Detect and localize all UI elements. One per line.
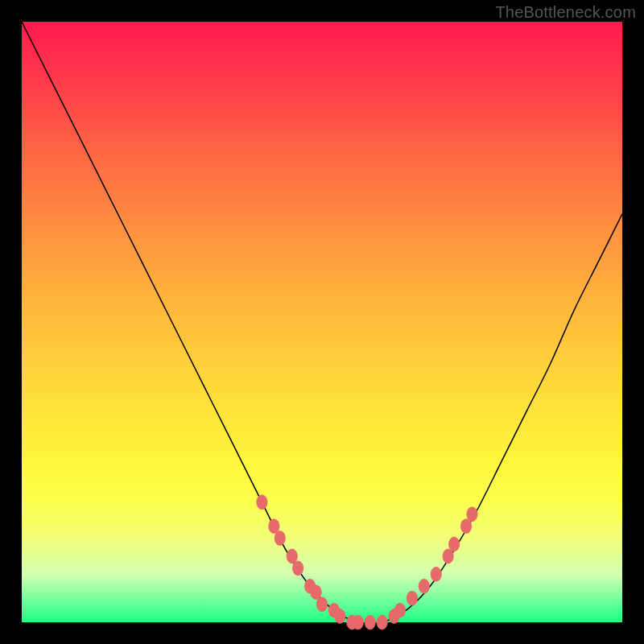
curve-marker-dot (431, 567, 441, 581)
curve-marker-dot (269, 519, 279, 534)
curve-marker-dot (353, 615, 363, 630)
curve-markers-group (257, 495, 478, 630)
chart-plot-area (22, 22, 622, 622)
curve-marker-dot (419, 579, 429, 593)
chart-svg (22, 22, 622, 622)
curve-marker-dot (292, 561, 303, 576)
curve-marker-dot (316, 597, 327, 612)
curve-marker-dot (460, 519, 471, 534)
curve-marker-dot (377, 615, 387, 630)
watermark-text: TheBottleneck.com (495, 3, 636, 22)
curve-marker-dot (365, 615, 375, 630)
curve-marker-dot (275, 531, 285, 546)
curve-marker-dot (448, 537, 459, 551)
curve-marker-dot (335, 609, 345, 624)
curve-marker-dot (443, 549, 453, 564)
curve-marker-dot (407, 591, 417, 605)
curve-marker-dot (257, 495, 267, 510)
curve-marker-dot (287, 549, 297, 564)
curve-marker-dot (311, 585, 321, 600)
bottleneck-curve-line (22, 22, 622, 624)
curve-marker-dot (394, 603, 405, 617)
curve-marker-dot (467, 507, 477, 522)
